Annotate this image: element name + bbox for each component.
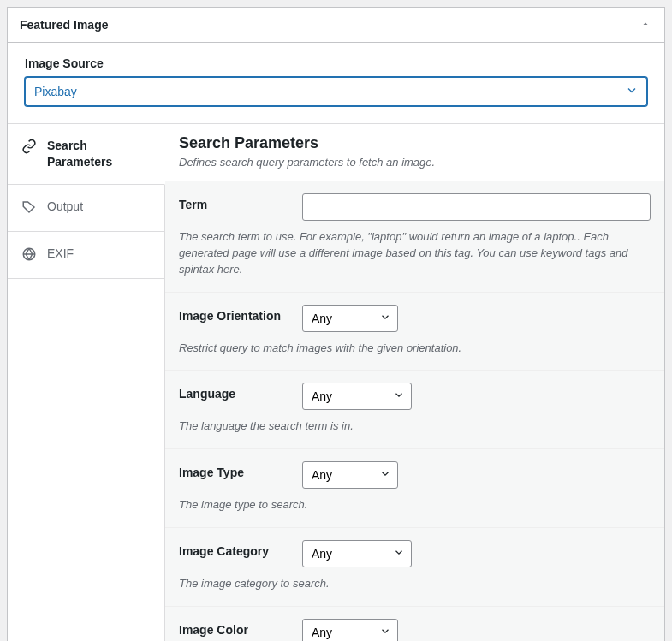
tab-label: Output — [47, 199, 83, 215]
image-source-select[interactable]: Pixabay — [25, 77, 647, 106]
link-icon — [21, 139, 37, 157]
tab-exif[interactable]: EXIF — [8, 232, 164, 279]
caret-up-icon — [640, 19, 651, 29]
tab-search-parameters[interactable]: Search Parameters — [8, 124, 165, 185]
tabbed-panel: Search Parameters Output EXIF Search Par… — [8, 124, 664, 641]
image-source-label: Image Source — [25, 56, 647, 70]
field-help: The image category to search. — [179, 576, 651, 592]
field-help: The language the search term is in. — [179, 418, 651, 435]
row-term: Term The search term to use. For example… — [165, 181, 664, 293]
section-header: Search Parameters Defines search query p… — [165, 124, 664, 181]
row-type: Image Type Any The image type to search. — [165, 449, 664, 528]
field-help: The search term to use. For example, "la… — [179, 229, 651, 278]
row-color: Image Color Any Returns an image primari… — [165, 607, 664, 641]
featured-image-meta-box: Featured Image Image Source Pixabay Sear… — [7, 7, 665, 641]
field-label: Image Color — [179, 619, 302, 641]
field-help: The image type to search. — [179, 497, 651, 513]
panel-header: Featured Image — [8, 8, 664, 43]
language-select[interactable]: Any — [302, 383, 412, 410]
field-label: Image Type — [179, 461, 302, 489]
panel-collapse-button[interactable] — [639, 16, 652, 33]
tab-content: Search Parameters Defines search query p… — [165, 124, 664, 641]
row-orientation: Image Orientation Any Restrict query to … — [165, 293, 664, 371]
section-description: Defines search query parameters to fetch… — [179, 156, 651, 169]
aperture-icon — [21, 246, 37, 264]
tab-label: EXIF — [47, 246, 74, 262]
panel-title: Featured Image — [20, 18, 108, 32]
orientation-select[interactable]: Any — [302, 305, 398, 332]
section-title: Search Parameters — [179, 134, 651, 152]
field-help: Restrict query to match images with the … — [179, 341, 651, 357]
image-source-row: Image Source Pixabay — [8, 43, 664, 124]
field-label: Image Orientation — [179, 305, 302, 332]
tab-label: Search Parameters — [47, 138, 151, 170]
tab-output[interactable]: Output — [8, 185, 164, 232]
row-language: Language Any The language the search ter… — [165, 371, 664, 449]
term-input[interactable] — [302, 193, 651, 221]
tag-icon — [21, 199, 37, 217]
field-label: Image Category — [179, 540, 302, 567]
image-category-select[interactable]: Any — [302, 540, 412, 567]
field-label: Term — [179, 193, 302, 221]
field-label: Language — [179, 383, 302, 410]
tab-nav: Search Parameters Output EXIF — [8, 124, 165, 641]
row-category: Image Category Any The image category to… — [165, 528, 664, 607]
image-color-select[interactable]: Any — [302, 619, 398, 641]
image-type-select[interactable]: Any — [302, 461, 398, 489]
